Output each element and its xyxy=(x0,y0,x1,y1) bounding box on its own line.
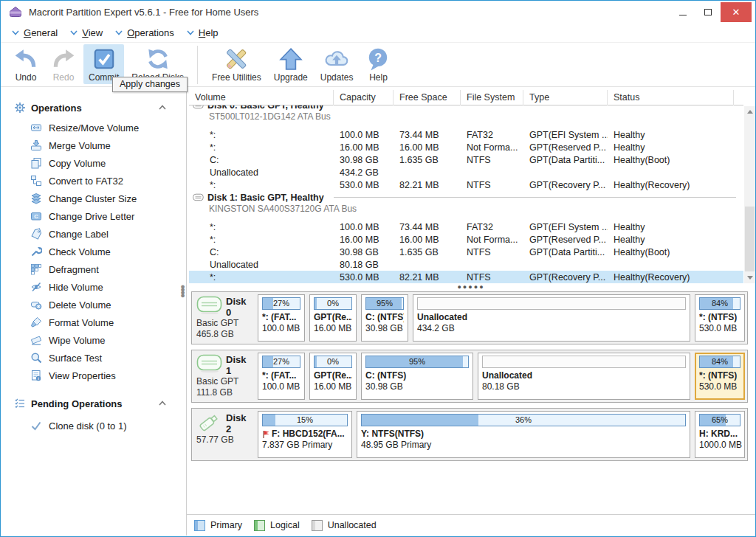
sidebar-section-operations[interactable]: Operations xyxy=(1,99,186,117)
minimize-button[interactable] xyxy=(670,2,695,22)
column-header-volume[interactable]: Volume xyxy=(189,90,334,105)
tasks-icon xyxy=(14,398,26,409)
sidebar-item-surface-test[interactable]: Surface Test xyxy=(1,349,186,367)
cell-status: Healthy(Boot) xyxy=(608,247,734,257)
partition-block-gpt-re[interactable]: 0%GPT(Re...16.00 MB xyxy=(309,353,357,400)
sidebar-item-defragment[interactable]: Defragment xyxy=(1,260,186,278)
partition-block-gpt-re[interactable]: 0%GPT(Re...16.00 MB xyxy=(309,294,357,342)
table-row-[interactable]: *:16.00 MB16.00 MBNot Forma...GPT(Reserv… xyxy=(189,141,743,153)
magnifier-icon xyxy=(30,352,42,364)
partition-block-y-ntfs-ntfs[interactable]: 36%Y: NTFS(NTFS)48.95 GB Primary xyxy=(357,411,690,458)
table-row-c[interactable]: C:30.98 GB1.635 GBNTFSGPT(Data Partiti..… xyxy=(189,153,743,166)
table-row-c[interactable]: C:30.98 GB1.635 GBNTFSGPT(Data Partiti..… xyxy=(189,246,743,258)
toolbar-button-upgrade[interactable]: Upgrade xyxy=(269,44,313,84)
column-header-type[interactable]: Type xyxy=(523,90,608,105)
toolbar-button-label: Updates xyxy=(320,72,354,83)
cell-volume: *: xyxy=(189,130,334,140)
cell-free-space: 82.21 MB xyxy=(394,180,461,190)
partition-block-fat[interactable]: 27%*: (FAT...100.0 MB xyxy=(258,353,305,400)
disk-group-header-disk-1-basic-gpt-healthy[interactable]: Disk 1: Basic GPT, Healthy xyxy=(189,191,743,204)
sidebar-item-change-cluster-size[interactable]: Change Cluster Size xyxy=(1,190,186,207)
column-header-capacity[interactable]: Capacity xyxy=(334,90,394,105)
cell-volume: *: xyxy=(189,235,334,245)
sidebar-item-view-properties[interactable]: iView Properties xyxy=(1,367,186,384)
sidebar-item-change-label[interactable]: Change Label xyxy=(1,225,186,243)
partition-block-ntfs[interactable]: 84%*: (NTFS)530.0 MB xyxy=(695,353,745,400)
partition-size: 80.18 GB xyxy=(482,381,686,392)
disk-name: Disk 1 xyxy=(226,354,252,376)
partition-size: 7.837 GB Primary xyxy=(262,440,348,451)
partition-block-ntfs[interactable]: 84%*: (NTFS)530.0 MB xyxy=(695,294,745,342)
table-row-[interactable]: *:100.0 MB73.44 MBFAT32GPT(EFI System ..… xyxy=(189,221,743,233)
partition-block-unallocated[interactable]: Unallocated434.2 GB xyxy=(413,294,690,342)
column-header-file-system[interactable]: File System xyxy=(461,90,523,105)
table-row-unallocated[interactable]: Unallocated80.18 GB xyxy=(189,258,743,271)
scroll-up-icon[interactable] xyxy=(744,106,755,117)
sidebar-item-delete-volume[interactable]: Delete Volume xyxy=(1,296,186,313)
table-row-[interactable]: *:16.00 MB16.00 MBNot Forma...GPT(Reserv… xyxy=(189,233,743,246)
partition-block-unallocated[interactable]: Unallocated80.18 GB xyxy=(478,353,690,400)
table-panel-splitter[interactable]: ●●●●● xyxy=(187,283,755,291)
table-scrollbar[interactable] xyxy=(744,106,755,283)
column-header-free-space[interactable]: Free Space xyxy=(394,90,461,105)
menu-item-operations[interactable]: Operations xyxy=(110,25,182,41)
table-row-unallocated[interactable]: Unallocated434.2 GB xyxy=(189,166,743,179)
sidebar-item-format-volume[interactable]: Format Volume xyxy=(1,313,186,331)
sidebar-item-clone-disk-0-to-1[interactable]: Clone disk (0 to 1) xyxy=(1,417,186,434)
sidebar-item-check-volume[interactable]: Check Volume xyxy=(1,243,186,260)
column-header-status[interactable]: Status xyxy=(608,90,734,105)
scroll-down-icon[interactable] xyxy=(744,272,755,283)
partition-block-c-ntfs[interactable]: 95%C: (NTFS)30.98 GB xyxy=(361,294,408,342)
svg-text:?: ? xyxy=(375,52,382,64)
scrollbar-thumb[interactable] xyxy=(745,207,755,271)
defrag-icon xyxy=(30,263,42,275)
table-row-[interactable]: *:530.0 MB82.21 MBNTFSGPT(Recovery P...H… xyxy=(189,179,743,191)
toolbar-button-redo[interactable]: Redo xyxy=(46,44,81,84)
sidebar-item-wipe-volume[interactable]: Wipe Volume xyxy=(1,331,186,349)
legend-label: Logical xyxy=(270,520,300,530)
sidebar-section-label: Pending Operations xyxy=(31,398,123,409)
partition-block-c-ntfs[interactable]: 95%C: (NTFS)30.98 GB xyxy=(361,353,473,400)
menu-item-label: Operations xyxy=(127,27,174,38)
sidebar-splitter-handle[interactable]: ●●●● xyxy=(180,285,185,297)
toolbar-button-free-utilities[interactable]: Free Utilities xyxy=(207,44,267,84)
table-row-[interactable]: *:100.0 MB73.44 MBFAT32GPT(EFI System ..… xyxy=(189,128,743,141)
menu-item-view[interactable]: View xyxy=(65,25,110,41)
sidebar-item-label: Change Cluster Size xyxy=(49,193,137,204)
menu-item-help[interactable]: Help xyxy=(182,25,226,41)
sidebar-section-pending-operations[interactable]: Pending Operations xyxy=(1,395,186,412)
partition-block-f-hbcd152-fa[interactable]: 15%F: HBCD152(FA...7.837 GB Primary xyxy=(258,411,352,458)
table-header: VolumeCapacityFree SpaceFile SystemTypeS… xyxy=(189,90,743,105)
sidebar-item-label: Convert to FAT32 xyxy=(49,176,123,187)
sidebar-item-hide-volume[interactable]: Hide Volume xyxy=(1,278,186,296)
disk-info-disk-1[interactable]: Disk 1Basic GPT111.8 GB xyxy=(194,353,253,400)
disk-info-disk-2[interactable]: Disk 257.77 GB xyxy=(194,411,253,458)
menu-item-general[interactable]: General xyxy=(7,25,65,41)
sidebar-item-copy-volume[interactable]: Copy Volume xyxy=(1,154,186,172)
legend-swatch-logical xyxy=(254,520,265,531)
sidebar-item-convert-to-fat32[interactable]: Convert to FAT32 xyxy=(1,172,186,190)
usage-bar: 95% xyxy=(365,297,404,310)
reload-icon xyxy=(145,46,171,72)
partition-block-h-krd[interactable]: 65%H: KRD...1000.0 MB xyxy=(695,411,745,458)
table-row-[interactable]: *:530.0 MB82.21 MBNTFSGPT(Recovery P...H… xyxy=(189,271,743,283)
cell-free-space: 82.21 MB xyxy=(394,272,461,283)
toolbar-button-undo[interactable]: Undo xyxy=(8,44,44,84)
disk-info-disk-0[interactable]: Disk 0Basic GPT465.8 GB xyxy=(194,294,253,342)
cell-type: GPT(Data Partiti... xyxy=(523,155,608,165)
sidebar-item-resize-move-volume[interactable]: Resize/Move Volume xyxy=(1,119,186,136)
toolbar-button-help[interactable]: ?Help xyxy=(360,44,396,84)
disk-group-header-disk-0-basic-gpt-healthy[interactable]: Disk 0: Basic GPT, Healthy xyxy=(189,105,743,111)
app-window: Macrorit Partition Expert v5.6.1 - Free … xyxy=(0,0,756,537)
partition-label: Y: NTFS(NTFS) xyxy=(361,429,686,440)
menu-item-label: Help xyxy=(199,27,219,38)
sidebar-item-change-drive-letter[interactable]: CChange Drive Letter xyxy=(1,207,186,225)
toolbar-button-updates[interactable]: Updates xyxy=(315,44,359,84)
sidebar-item-label: Clone disk (0 to 1) xyxy=(49,420,127,432)
sidebar-item-merge-volume[interactable]: Merge Volume xyxy=(1,136,186,154)
cell-capacity: 80.18 GB xyxy=(334,260,394,270)
close-button[interactable]: ✕ xyxy=(721,2,752,22)
maximize-button[interactable] xyxy=(695,2,721,22)
partition-block-fat[interactable]: 27%*: (FAT...100.0 MB xyxy=(258,294,305,342)
disk-group-subtitle: ST500LT012-1DG142 ATA Bus xyxy=(189,111,743,124)
